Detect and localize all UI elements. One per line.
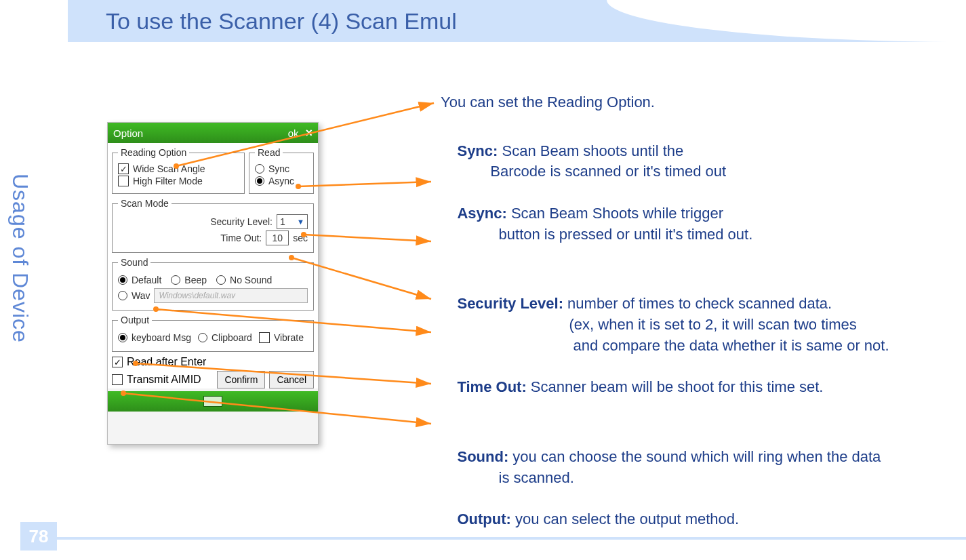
page-title: To use the Scanner (4) Scan Emul [106,8,457,35]
legend-reading-option: Reading Option [118,147,189,158]
expl-security-label: Security Level: [457,295,563,312]
radio-async[interactable] [255,176,264,186]
label-sound-beep: Beep [184,275,207,285]
input-timeout[interactable]: 10 [266,231,289,245]
label-wide-scan-angle: Wide Scan Angle [133,163,205,174]
sidebar-label: Usage of Device [7,174,33,343]
page-number: 78 [20,522,57,551]
window-body: Reading Option Wide Scan Angle High Filt… [108,143,318,388]
label-sound-wav: Wav [132,290,150,301]
expl-output-label: Output: [457,511,510,527]
label-sound-default: Default [132,275,161,285]
label-async: Async [268,176,294,186]
legend-scan-mode: Scan Mode [118,198,172,209]
window-title: Option [113,127,143,139]
radio-output-clipboard[interactable] [198,333,207,342]
label-vibrate: Vibrate [274,332,304,343]
timeout-unit: sec [293,233,308,243]
label-output-keyboard: keyboard Msg [132,332,191,343]
radio-sync[interactable] [255,164,264,174]
security-level-value: 1 [280,216,285,227]
combo-security-level[interactable]: 1 ▼ [277,214,308,229]
label-high-filter-mode: High Filter Mode [133,176,203,186]
label-output-clipboard: Clipboard [212,332,252,343]
close-icon[interactable]: × [305,126,313,140]
input-wav-path[interactable]: Windows\default.wav [154,288,308,303]
expl-async-label: Async: [457,205,506,222]
group-scan-mode: Scan Mode Security Level: 1 ▼ Time Out: … [112,198,314,253]
device-softkey-bar [108,391,318,412]
radio-sound-none[interactable] [216,275,226,285]
checkbox-high-filter-mode[interactable] [118,176,129,186]
legend-sound: Sound [118,257,150,268]
label-sound-none: No Sound [230,275,272,285]
group-output: Output keyboard Msg Clipboard Vibrate [112,315,314,352]
checkbox-transmit-aimid[interactable] [112,374,123,385]
label-sync: Sync [268,163,289,174]
header-curve-right [607,0,966,42]
confirm-button[interactable]: Confirm [217,371,265,388]
expl-reading-option: You can set the Reading Option. [441,94,655,111]
cancel-button[interactable]: Cancel [269,371,314,388]
group-read: Read Sync Async [249,147,314,194]
expl-sync-label: Sync: [457,142,498,159]
label-timeout: Time Out: [220,233,262,243]
group-sound: Sound Default Beep No Sound Wav Windows\… [112,257,314,311]
svg-line-2 [304,235,431,241]
device-screenshot: Option ok × Reading Option Wide Scan Ang… [107,122,319,445]
expl-sound-label: Sound: [457,448,508,465]
checkbox-vibrate[interactable] [259,332,270,343]
label-transmit-aimid: Transmit AIMID [127,374,201,386]
expl-timeout-label: Time Out: [457,378,526,395]
expl-output-text: you can select the output method. [511,511,739,527]
explanations: You can set the Reading Option. Sync: Sc… [441,92,961,560]
label-security-level: Security Level: [210,216,273,227]
checkbox-wide-scan-angle[interactable] [118,163,129,174]
radio-sound-default[interactable] [118,275,127,285]
group-reading-option: Reading Option Wide Scan Angle High Filt… [112,147,245,194]
legend-output: Output [118,315,152,325]
ok-button[interactable]: ok [288,127,299,139]
radio-output-keyboard[interactable] [118,333,127,342]
radio-sound-wav[interactable] [118,291,127,300]
expl-timeout-text: Scanner beam will be shoot for this time… [527,378,824,395]
chevron-down-icon: ▼ [297,218,304,226]
timeout-value: 10 [272,233,283,243]
label-read-after-enter: Read after Enter [127,356,206,368]
legend-read: Read [255,147,283,158]
keyboard-icon[interactable] [203,396,222,407]
radio-sound-beep[interactable] [171,275,180,285]
checkbox-read-after-enter[interactable] [112,357,123,367]
page-header: To use the Scanner (4) Scan Emul [68,0,966,42]
window-titlebar[interactable]: Option ok × [108,123,318,143]
left-rail: Usage of Device 78 [0,0,68,560]
